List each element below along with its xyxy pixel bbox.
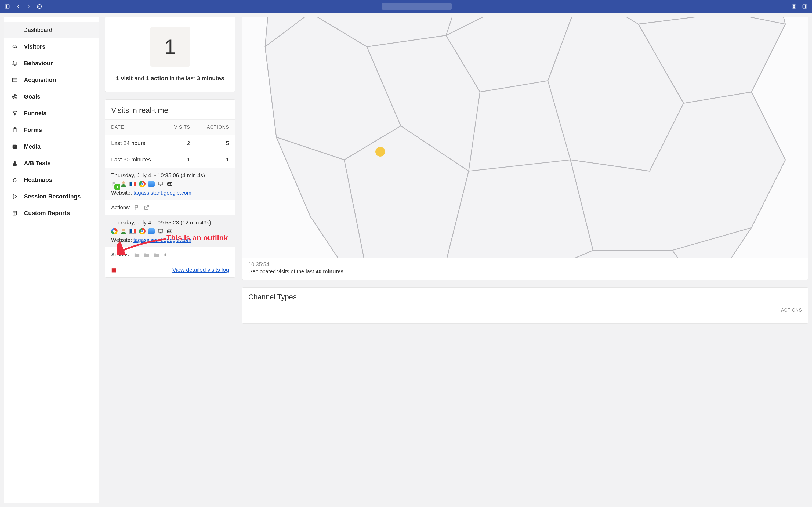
svg-point-9 — [15, 46, 17, 48]
kpi-minutes: 3 minutes — [197, 75, 225, 81]
kpi-visits: 1 visit — [116, 75, 133, 81]
play-icon — [11, 193, 18, 200]
actions-label: Actions: — [111, 251, 130, 258]
google-icon — [111, 228, 118, 234]
channels-title: Channel Types — [248, 293, 802, 301]
col-actions: ACTIONS — [196, 120, 235, 135]
sidebar-item-customreports[interactable]: Custom Reports — [4, 205, 99, 222]
idcard-icon — [167, 181, 173, 187]
sidebar-item-goals[interactable]: Goals — [4, 88, 99, 105]
realtime-card: Visits in real-time DATE VISITS ACTIONS … — [105, 99, 235, 278]
sidebar-item-forms[interactable]: Forms — [4, 122, 99, 138]
sidebar-item-label: Session Recordings — [24, 193, 81, 200]
sidebar-item-label: A/B Tests — [24, 160, 51, 167]
browser-chrome — [0, 0, 812, 13]
outlink-icon[interactable] — [143, 205, 150, 211]
map-footer: 10:35:54 Geolocated visits of the last 4… — [242, 258, 808, 280]
sidebar-item-behaviour[interactable]: Behaviour — [4, 55, 99, 72]
actions-label: Actions: — [111, 204, 130, 211]
visit-website-link[interactable]: tagassistant.google.com — [133, 190, 191, 196]
safari-icon — [148, 228, 155, 234]
sidebar-item-label: Dashboard — [23, 26, 52, 34]
channels-card: Channel Types ACTIONS — [242, 287, 808, 324]
visit-website: Website: tagassistant.google.com — [111, 237, 229, 243]
svg-rect-31 — [159, 229, 163, 232]
svg-point-14 — [14, 97, 15, 97]
share-icon[interactable] — [791, 3, 797, 9]
visit-actions-row: Actions: — [105, 247, 235, 262]
visit-website: Website: tagassistant.google.com — [111, 190, 229, 196]
svg-point-28 — [168, 183, 169, 184]
chrome-icon — [139, 181, 146, 187]
map-visit-dot[interactable] — [375, 147, 385, 157]
folder-icon[interactable] — [134, 252, 140, 258]
back-icon[interactable] — [15, 3, 21, 9]
svg-rect-10 — [13, 78, 17, 82]
visitor-icon — [120, 228, 127, 234]
flag-fr-icon — [129, 229, 136, 234]
realtime-title: Visits in real-time — [105, 100, 235, 119]
visit-datetime: Thursday, July 4, - 09:55:23 (12 min 49s… — [111, 219, 229, 226]
waveform-icon[interactable] — [163, 252, 169, 258]
svg-rect-27 — [168, 183, 172, 185]
window-icon — [11, 77, 18, 83]
visit-entry: Thursday, July 4, - 10:35:06 (4 min 4s) … — [105, 168, 235, 200]
folder-icon[interactable] — [143, 252, 150, 258]
pause-icon[interactable]: ▮▮ — [111, 267, 116, 273]
sidebar-item-dashboard[interactable]: Dashboard — [4, 22, 99, 39]
sidebar-item-recordings[interactable]: Session Recordings — [4, 188, 99, 205]
report-icon — [11, 210, 18, 216]
sidebar-item-acquisition[interactable]: Acquisition — [4, 72, 99, 88]
folder-icon[interactable] — [153, 252, 159, 258]
sidebar-item-label: Visitors — [24, 43, 45, 50]
chrome-icon — [139, 228, 146, 234]
svg-rect-19 — [15, 146, 15, 148]
view-log-link[interactable]: View detailed visits log — [172, 267, 229, 273]
visit-count-badge: 1 — [114, 184, 120, 190]
sidebar-item-label: Heatmaps — [24, 176, 52, 183]
realtime-footer: ▮▮ View detailed visits log — [105, 262, 235, 277]
kpi-value: 1 — [150, 26, 190, 67]
map-area[interactable] — [242, 17, 808, 258]
sidebar-toggle-icon[interactable] — [4, 3, 10, 9]
col-date: DATE — [105, 120, 164, 135]
forward-icon[interactable] — [26, 3, 32, 9]
sidebar-item-label: Behaviour — [24, 60, 53, 67]
map-caption: Geolocated visits of the last 40 minutes — [248, 269, 802, 275]
safari-icon — [148, 181, 155, 187]
desktop-icon — [157, 228, 164, 234]
visit-entry: Thursday, July 4, - 09:55:23 (12 min 49s… — [105, 215, 235, 247]
sidebar-item-label: Goals — [24, 93, 40, 100]
sidebar-item-abtests[interactable]: A/B Tests — [4, 155, 99, 172]
flag-icon[interactable] — [134, 205, 140, 211]
funnel-icon — [11, 110, 18, 116]
svg-point-8 — [13, 46, 15, 48]
address-bar[interactable] — [382, 3, 452, 10]
sidebar-item-visitors[interactable]: Visitors — [4, 39, 99, 55]
sidebar-item-heatmaps[interactable]: Heatmaps — [4, 172, 99, 188]
sidebar-item-label: Funnels — [24, 110, 47, 117]
visit-actions-row: Actions: — [105, 200, 235, 215]
panel-right-icon[interactable] — [802, 3, 808, 9]
visit-website-link[interactable]: tagassistant.google.com — [133, 237, 191, 243]
film-icon — [11, 144, 18, 150]
flag-fr-icon — [129, 181, 136, 186]
kpi-actions: 1 action — [146, 75, 168, 81]
table-row: Last 30 minutes 1 1 — [105, 152, 235, 168]
col-visits: VISITS — [164, 120, 196, 135]
visitor-icon — [120, 181, 127, 187]
visit-icon-row: 1 — [111, 181, 229, 187]
sidebar-item-label: Custom Reports — [24, 210, 70, 217]
sidebar-item-funnels[interactable]: Funnels — [4, 105, 99, 122]
drop-icon — [11, 177, 18, 183]
idcard-icon — [167, 228, 173, 234]
sidebar-item-label: Acquisition — [24, 76, 56, 83]
link-icon — [11, 44, 18, 50]
kpi-summary: 1 visit and 1 action in the last 3 minut… — [112, 75, 229, 82]
reload-icon[interactable] — [37, 3, 43, 9]
svg-marker-20 — [13, 195, 17, 199]
bell-icon — [11, 60, 18, 66]
realtime-table: DATE VISITS ACTIONS Last 24 hours 2 5 La… — [105, 119, 235, 168]
sidebar: Dashboard Visitors Behaviour Acquisition… — [4, 17, 99, 503]
sidebar-item-media[interactable]: Media — [4, 138, 99, 155]
